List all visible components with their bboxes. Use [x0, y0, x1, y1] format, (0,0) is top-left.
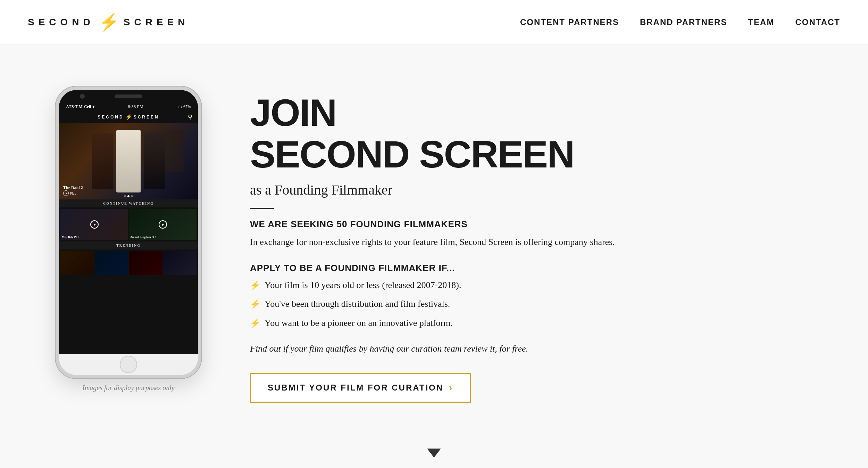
status-carrier: AT&T M-Cell ▾ — [66, 104, 94, 109]
hero-film-title: The Raid 2 — [63, 185, 83, 190]
figure-right — [144, 133, 165, 189]
logo-text-right: SCREEN — [124, 17, 189, 28]
status-time: 8:38 PM — [128, 104, 143, 109]
app-logo-right: SCREEN — [134, 115, 159, 120]
dot-1 — [124, 195, 126, 197]
nav-contact[interactable]: CONTACT — [795, 17, 840, 27]
search-icon[interactable]: ⚲ — [188, 113, 192, 121]
bullet-text-2: You've been through distribution and fil… — [265, 298, 450, 310]
phone-screen: AT&T M-Cell ▾ 8:38 PM ↑ ↓ 67% SECOND ⚡ S… — [59, 102, 198, 354]
figure-center — [116, 130, 141, 192]
phone-speaker — [115, 95, 142, 98]
thumb-card-2[interactable]: ▶ Animal Kingdom Pt 9 — [129, 209, 197, 240]
bullet-bolt-1: ⚡ — [250, 280, 260, 292]
app-bolt-icon: ⚡ — [125, 114, 132, 120]
navigation: CONTENT PARTNERS BRAND PARTNERS TEAM CON… — [520, 17, 840, 27]
logo-text-left: SECOND — [28, 17, 94, 28]
play-triangle: ▶ — [66, 192, 67, 195]
nav-team[interactable]: TEAM — [748, 17, 774, 27]
phone-home-bar — [59, 354, 198, 375]
phone-section: AT&T M-Cell ▾ 8:38 PM ↑ ↓ 67% SECOND ⚡ S… — [56, 73, 201, 392]
figure-left — [92, 133, 113, 189]
status-battery: ↑ ↓ 67% — [177, 104, 191, 109]
apply-title: APPLY TO BE A FOUNDING FILMMAKER IF... — [250, 263, 715, 273]
phone-camera — [80, 94, 85, 99]
nav-content-partners[interactable]: CONTENT PARTNERS — [520, 17, 619, 27]
continue-watching-header: CONTINUE WATCHING — [59, 199, 198, 207]
logo-bolt-icon: ⚡ — [99, 14, 119, 31]
bullet-text-1: Your film is 10 years old or less (relea… — [265, 279, 461, 292]
phone-caption: Images for display purposes only — [82, 384, 175, 392]
scroll-triangle-icon — [427, 449, 441, 458]
trending-thumb-3[interactable] — [129, 251, 162, 275]
thumb-card-1[interactable]: ▶ Miss Bala Pt 1 — [60, 209, 128, 240]
phone-top-bar — [59, 90, 198, 102]
bullet-item-1: ⚡ Your film is 10 years old or less (rel… — [250, 279, 715, 292]
logo: SECOND ⚡ SCREEN — [28, 14, 189, 31]
thumb-play-1: ▶ — [90, 220, 99, 229]
bullet-item-3: ⚡ You want to be a pioneer on an innovat… — [250, 317, 715, 329]
app-header: SECOND ⚡ SCREEN ⚲ — [59, 111, 198, 123]
bullet-text-3: You want to be a pioneer on an innovativ… — [265, 317, 453, 329]
thumb-label-1: Miss Bala Pt 1 — [62, 236, 79, 239]
cta-button[interactable]: SUBMIT YOUR FILM FOR CURATION › — [250, 373, 471, 403]
right-content: JOIN SECOND SCREEN as a Founding Filmmak… — [229, 73, 715, 403]
continue-watching-section: ▶ Miss Bala Pt 1 ▶ Animal Kingdom Pt 9 — [59, 207, 198, 241]
trending-grid — [59, 249, 198, 277]
bullet-bolt-3: ⚡ — [250, 318, 260, 329]
cta-label: SUBMIT YOUR FILM FOR CURATION — [268, 383, 443, 393]
trending-thumb-4[interactable] — [163, 251, 197, 275]
status-bar: AT&T M-Cell ▾ 8:38 PM ↑ ↓ 67% — [59, 102, 198, 111]
home-button[interactable] — [120, 356, 137, 373]
bullet-item-2: ⚡ You've been through distribution and f… — [250, 298, 715, 310]
dot-3 — [131, 195, 133, 197]
seeking-title: WE ARE SEEKING 50 FOUNDING FILMMAKERS — [250, 219, 715, 230]
nav-brand-partners[interactable]: BRAND PARTNERS — [640, 17, 727, 27]
main-content: AT&T M-Cell ▾ 8:38 PM ↑ ↓ 67% SECOND ⚡ S… — [0, 45, 868, 462]
trending-section — [59, 249, 198, 354]
scroll-indicator — [427, 449, 441, 458]
phone-mockup: AT&T M-Cell ▾ 8:38 PM ↑ ↓ 67% SECOND ⚡ S… — [56, 87, 201, 378]
trending-thumb-2[interactable] — [95, 251, 128, 275]
divider — [250, 208, 274, 209]
thumb-play-2: ▶ — [159, 220, 167, 229]
hero-image: The Raid 2 ▶ Play — [59, 123, 198, 199]
play-label: Play — [70, 191, 76, 195]
italic-note: Find out if your film qualifies by havin… — [250, 342, 715, 355]
seeking-desc: In exchange for non-exclusive rights to … — [250, 235, 715, 249]
hero-dots — [59, 195, 198, 197]
thumb-label-2: Animal Kingdom Pt 9 — [130, 236, 156, 239]
hero-title-area: The Raid 2 ▶ Play — [63, 185, 83, 196]
bullet-bolt-2: ⚡ — [250, 298, 260, 310]
header: SECOND ⚡ SCREEN CONTENT PARTNERS BRAND P… — [0, 0, 868, 45]
founding-subtitle: as a Founding Filmmaker — [250, 182, 715, 198]
second-screen-title: SECOND SCREEN — [250, 135, 715, 173]
trending-thumb-1[interactable] — [60, 251, 94, 275]
join-title: JOIN — [250, 93, 715, 132]
app-logo-left: SECOND — [98, 115, 124, 120]
bullet-list: ⚡ Your film is 10 years old or less (rel… — [250, 279, 715, 329]
dot-2 — [127, 195, 130, 197]
trending-header: TRENDING — [59, 241, 198, 249]
cta-arrow-icon: › — [449, 382, 453, 393]
